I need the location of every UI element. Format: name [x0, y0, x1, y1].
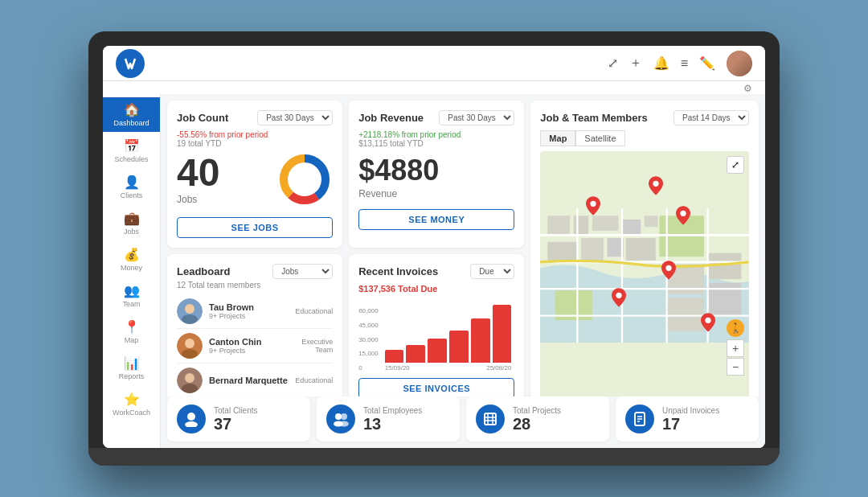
- team-member-1: Tau Brown 9+ Projects Educational: [177, 294, 333, 329]
- invoices-dropdown[interactable]: Due Paid: [470, 264, 514, 279]
- map-expand-button[interactable]: ⤢: [727, 156, 744, 174]
- invoices-title: Recent Invoices: [358, 265, 438, 277]
- zoom-in-button[interactable]: +: [727, 339, 744, 357]
- menu-icon[interactable]: ≡: [681, 56, 688, 71]
- employees-label: Total Employees: [363, 406, 422, 415]
- member-avatar-3: [177, 368, 203, 393]
- sidebar-item-dashboard[interactable]: 🏠 Dashboard: [103, 97, 160, 132]
- map-area: ⤢ 🚶 + −: [540, 151, 749, 396]
- member-name-3: Bernard Marquette: [209, 376, 289, 385]
- zoom-out-button[interactable]: −: [727, 358, 744, 376]
- job-revenue-header: Job Revenue Past 30 Days Past 14 Days: [358, 110, 514, 125]
- invoices-header: Recent Invoices Due Paid: [358, 264, 514, 279]
- bar-6: [493, 305, 512, 363]
- svg-rect-9: [592, 216, 618, 231]
- member-info-2: Canton Chin 9+ Projects: [209, 337, 278, 355]
- laptop-frame: ⤢ ＋ 🔔 ≡ ✏️ ⚙ 🏠: [88, 31, 780, 466]
- bell-icon[interactable]: 🔔: [653, 55, 669, 71]
- job-count-change: -55.56% from prior period: [177, 130, 333, 139]
- svg-point-43: [187, 413, 195, 421]
- map-pin-2[interactable]: [649, 176, 663, 195]
- svg-point-31: [665, 265, 671, 271]
- see-money-button[interactable]: SEE MONEY: [358, 209, 514, 230]
- map-pin-1[interactable]: [586, 196, 600, 216]
- svg-point-33: [706, 318, 711, 323]
- stat-card-invoices: Unpaid Invoices 17: [616, 396, 759, 442]
- member-projects-2: 9+ Projects: [209, 347, 278, 355]
- projects-value: 28: [513, 415, 561, 433]
- unpaid-invoices-value: 17: [662, 415, 719, 433]
- stat-card-clients: Total Clients 37: [167, 396, 310, 442]
- bar-1: [385, 350, 404, 363]
- clients-value: 37: [214, 415, 257, 433]
- stat-card-projects: Total Projects 28: [466, 396, 609, 442]
- leadboard-dropdown[interactable]: Jobs Revenue: [272, 264, 333, 279]
- sidebar-item-money[interactable]: 💰 Money: [103, 242, 160, 277]
- see-invoices-button[interactable]: SEE INVOICES: [358, 378, 514, 396]
- map-pin-6[interactable]: [701, 313, 715, 332]
- settings-icon[interactable]: ⚙: [743, 83, 752, 94]
- x-label-2: 25/08/20: [486, 364, 511, 372]
- map-title: Job & Team Members: [540, 112, 647, 124]
- leadboard-subtitle: 12 Total team members: [177, 281, 333, 290]
- sidebar-item-jobs[interactable]: 💼 Jobs: [103, 206, 160, 240]
- map-pin-4[interactable]: [661, 261, 676, 280]
- reports-icon: 📊: [124, 355, 140, 371]
- sidebar-item-reports[interactable]: 📊 Reports: [103, 351, 160, 385]
- expand-icon[interactable]: ⤢: [608, 55, 618, 71]
- workcoach-icon: ⭐: [124, 392, 140, 407]
- map-tab-satellite[interactable]: Satellite: [575, 130, 624, 146]
- map-pin-3[interactable]: [676, 206, 690, 225]
- job-revenue-dropdown[interactable]: Past 30 Days Past 14 Days: [439, 110, 514, 125]
- member-role-2: Executive Team: [285, 338, 333, 354]
- svg-rect-11: [645, 216, 658, 227]
- main-layout: 🏠 Dashboard 📅 Schedules 👤 Clients 💼 Jobs: [103, 94, 765, 448]
- map-zoom-controls: + −: [727, 339, 744, 376]
- edit-icon[interactable]: ✏️: [699, 55, 715, 71]
- avatar[interactable]: [727, 51, 752, 76]
- y-label-60k: 60,000: [358, 307, 378, 314]
- leadboard-card: Leadboard Jobs Revenue 12 Total team mem…: [167, 254, 342, 396]
- bar-4: [449, 331, 469, 363]
- job-count-dropdown[interactable]: Past 30 Days Past 14 Days Past 7 Days: [257, 110, 333, 125]
- settings-row: ⚙: [103, 81, 765, 94]
- leadboard-header: Leadboard Jobs Revenue: [177, 264, 333, 279]
- map-tab-map[interactable]: Map: [540, 130, 575, 146]
- street-view-button[interactable]: 🚶: [727, 319, 744, 337]
- sidebar-item-map[interactable]: 📍 Map: [103, 314, 160, 349]
- sidebar-item-clients[interactable]: 👤 Clients: [103, 170, 160, 204]
- bar-2: [406, 345, 425, 363]
- jobs-icon: 💼: [124, 211, 140, 226]
- svg-rect-49: [485, 413, 496, 425]
- laptop-base: [88, 448, 780, 466]
- avatar-image: [727, 51, 752, 76]
- map-pin-5[interactable]: [612, 288, 626, 307]
- bottom-stats-row: Total Clients 37: [161, 396, 765, 448]
- svg-point-39: [182, 349, 198, 359]
- projects-label: Total Projects: [513, 406, 561, 415]
- job-count-ytd: 19 total YTD: [177, 139, 333, 148]
- svg-point-28: [591, 200, 596, 206]
- sidebar-item-workcoach[interactable]: ⭐ WorkCoach: [103, 387, 160, 421]
- svg-point-38: [185, 339, 194, 348]
- bar-5: [471, 318, 490, 363]
- map-dropdown[interactable]: Past 14 Days Past 30 Days: [674, 110, 749, 125]
- schedules-icon: 📅: [124, 138, 140, 154]
- map-icon: 📍: [124, 319, 140, 335]
- svg-rect-13: [581, 238, 604, 261]
- svg-point-45: [335, 413, 342, 420]
- job-count-card: Job Count Past 30 Days Past 14 Days Past…: [167, 101, 342, 248]
- map-card: Job & Team Members Past 14 Days Past 30 …: [530, 101, 759, 396]
- sidebar-item-schedules[interactable]: 📅 Schedules: [103, 133, 160, 168]
- job-count-donut: [276, 151, 333, 207]
- plus-icon[interactable]: ＋: [629, 55, 642, 72]
- app-container: ⤢ ＋ 🔔 ≡ ✏️ ⚙ 🏠: [103, 46, 765, 448]
- sidebar-item-team[interactable]: 👥 Team: [103, 278, 160, 313]
- member-role-1: Educational: [295, 307, 333, 315]
- member-name-1: Tau Brown: [209, 302, 289, 312]
- logo-icon[interactable]: [116, 49, 145, 78]
- svg-rect-10: [622, 220, 641, 235]
- job-revenue-change: +2118.18% from prior period: [358, 130, 514, 139]
- see-jobs-button[interactable]: SEE JOBS: [177, 217, 333, 238]
- svg-point-30: [681, 211, 686, 216]
